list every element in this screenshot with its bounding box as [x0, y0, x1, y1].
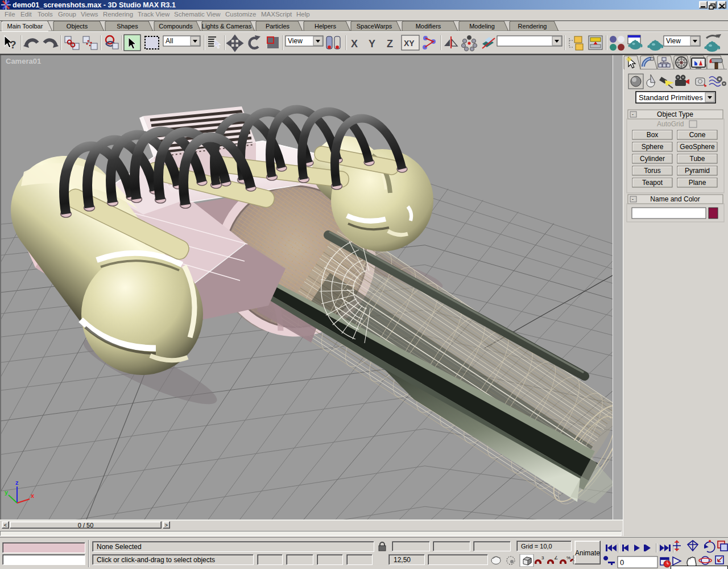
svg-text:x: x — [31, 492, 35, 499]
svg-text:Plane: Plane — [689, 179, 706, 187]
svg-text:XY: XY — [404, 39, 415, 48]
svg-text:Lights & Cameras: Lights & Cameras — [202, 23, 252, 30]
svg-text:Main Toolbar: Main Toolbar — [7, 23, 43, 30]
svg-text:View: View — [288, 37, 303, 45]
svg-text:Rendering: Rendering — [518, 23, 547, 30]
svg-text:Modeling: Modeling — [469, 23, 495, 30]
svg-text:Modifiers: Modifiers — [416, 23, 441, 30]
svg-text:Y: Y — [369, 38, 375, 50]
svg-text:Cone: Cone — [689, 131, 706, 139]
svg-text:SpaceWarps: SpaceWarps — [357, 23, 392, 30]
svg-text:Shapes: Shapes — [117, 23, 138, 30]
svg-text:Helpers: Helpers — [315, 23, 336, 30]
svg-text:GeoSphere: GeoSphere — [680, 143, 715, 151]
svg-text:Teapot: Teapot — [642, 179, 663, 187]
svg-text:Cylinder: Cylinder — [640, 155, 665, 163]
svg-text:∠: ∠ — [554, 555, 558, 560]
svg-text:Z: Z — [387, 38, 393, 50]
svg-text:Compounds: Compounds — [159, 23, 193, 30]
svg-text:z: z — [15, 479, 19, 486]
svg-text:X: X — [351, 38, 358, 50]
svg-text:AutoGrid: AutoGrid — [657, 120, 684, 128]
svg-text:Torus: Torus — [644, 167, 660, 175]
svg-text:Camera01: Camera01 — [6, 57, 41, 65]
svg-text:-: - — [632, 112, 634, 117]
svg-text:0: 0 — [620, 558, 624, 567]
svg-text:?: ? — [10, 39, 16, 51]
svg-text:Name and Color: Name and Color — [650, 195, 700, 203]
svg-text:-: - — [632, 196, 634, 202]
svg-text:Box: Box — [647, 131, 659, 139]
svg-text:y: y — [5, 489, 9, 496]
svg-text:Object Type: Object Type — [657, 110, 693, 118]
svg-text:Standard Primitives: Standard Primitives — [639, 93, 703, 102]
svg-text:3: 3 — [541, 555, 544, 560]
svg-text:View: View — [666, 37, 681, 45]
svg-text:All: All — [166, 37, 173, 45]
svg-text:Objects: Objects — [67, 23, 88, 30]
svg-text:Sphere: Sphere — [642, 143, 664, 151]
svg-text:Particles: Particles — [266, 23, 290, 30]
svg-text:Tube: Tube — [690, 155, 705, 163]
svg-text:Pyramid: Pyramid — [685, 167, 710, 175]
